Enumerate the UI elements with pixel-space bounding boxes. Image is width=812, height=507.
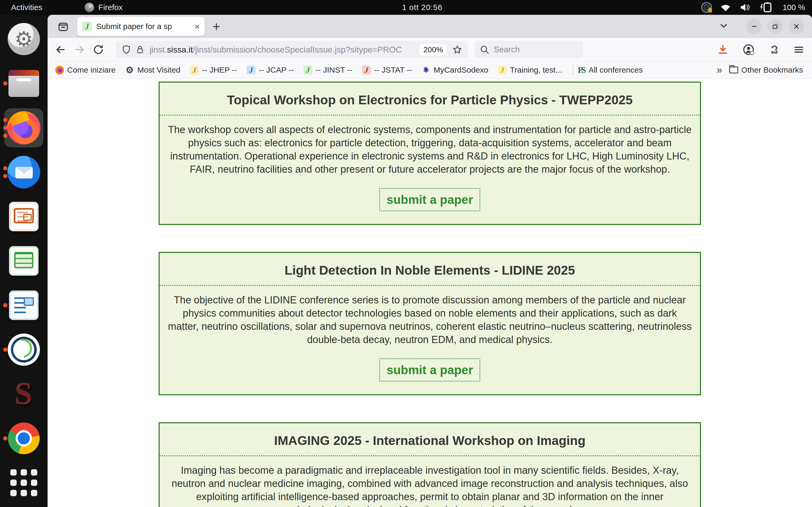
dock-item-chrome[interactable]: [2, 418, 45, 458]
vpn-globe-lock-icon: [701, 2, 712, 13]
minimize-button[interactable]: [747, 19, 762, 34]
dock-item-libreoffice-calc[interactable]: [2, 241, 45, 281]
search-input[interactable]: [494, 45, 573, 54]
settings-gear-icon: [8, 23, 40, 55]
active-tab[interactable]: J Submit paper for a sp ×: [77, 17, 205, 36]
bookmark-label: -- JINST --: [316, 65, 352, 74]
ubuntu-dock: S: [0, 15, 48, 507]
clock-button[interactable]: 1 ott 20:56: [402, 3, 443, 12]
bookmarks-separator: [573, 64, 573, 75]
app-menu-button[interactable]: [793, 44, 805, 55]
libreoffice-impress-icon: [9, 202, 39, 231]
firefox-window: J Submit paper for a sp × +: [48, 15, 812, 507]
issue-title: Topical Workshop on Electronics for Part…: [160, 82, 700, 115]
forward-button[interactable]: [73, 44, 86, 56]
focused-app-menu[interactable]: Firefox: [85, 3, 123, 12]
issue-title: IMAGING 2025 - International Workshop on…: [160, 423, 700, 455]
bookmark-training[interactable]: J Training, test...: [498, 65, 562, 74]
reload-icon: [93, 44, 104, 55]
bookmark-jinst[interactable]: J -- JINST --: [303, 65, 352, 74]
reload-button[interactable]: [93, 44, 104, 55]
running-indicator: [3, 118, 7, 138]
bookmark-jcap[interactable]: J -- JCAP --: [247, 65, 294, 74]
firefox-icon: [7, 111, 41, 145]
tab-title-fade: [169, 18, 188, 34]
folder-icon: [729, 66, 738, 73]
bookmark-mycardsodexo[interactable]: MyCardSodexo: [421, 65, 489, 74]
volume-icon: [739, 2, 750, 12]
issue-description: Imaging has become a paradigmatic and ir…: [160, 456, 700, 507]
tab-close-button[interactable]: ×: [195, 22, 200, 31]
jstat-favicon: J: [362, 65, 371, 74]
bookmarks-bar-right: » Other Bookmarks: [717, 64, 803, 76]
issue-description: The workshop covers all aspects of elect…: [160, 116, 700, 179]
url-text: jinst.sissa.it/jinst/submission/chooseSp…: [150, 45, 402, 55]
dock-item-show-applications[interactable]: [2, 463, 45, 503]
navigation-toolbar: jinst.sissa.it/jinst/submission/chooseSp…: [48, 38, 812, 61]
bookmark-most-visited[interactable]: Most Visited: [125, 65, 180, 74]
other-bookmarks-label: Other Bookmarks: [742, 65, 803, 74]
bookmark-jhep[interactable]: J -- JHEP --: [190, 65, 237, 74]
special-issue-box-twepp: Topical Workshop on Electronics for Part…: [159, 81, 701, 225]
bookmarks-bar: Come iniziare Most Visited J -- JHEP -- …: [48, 61, 812, 79]
libreoffice-writer-icon: [9, 290, 39, 320]
page-content: Topical Workshop on Electronics for Part…: [48, 79, 812, 507]
star-favicon: [421, 65, 430, 74]
bookmark-jstat[interactable]: J -- JSTAT --: [362, 65, 412, 74]
extensions-button[interactable]: [768, 44, 780, 55]
dock-item-firefox[interactable]: [2, 108, 45, 148]
back-button[interactable]: [54, 44, 67, 56]
forward-arrow-icon: [73, 44, 86, 56]
bookmark-star-button[interactable]: [452, 44, 463, 55]
dock-item-settings[interactable]: [2, 19, 45, 59]
dock-item-libreoffice-impress[interactable]: [2, 196, 45, 237]
dock-item-files[interactable]: [2, 63, 45, 104]
activities-button[interactable]: Activities: [11, 3, 42, 12]
account-button[interactable]: [742, 43, 755, 56]
toolbar-icon-group: [717, 43, 805, 56]
submit-paper-button[interactable]: submit a paper: [379, 358, 480, 382]
url-domain: sissa.it: [167, 45, 193, 54]
pos-favicon: PS: [576, 65, 586, 74]
bookmark-label: Come iniziare: [67, 65, 115, 74]
shield-icon[interactable]: [121, 44, 132, 55]
jinst-favicon: J: [82, 21, 92, 32]
ring-logo-icon: [8, 334, 40, 366]
bookmark-label: -- JSTAT --: [374, 65, 412, 74]
back-arrow-icon: [54, 44, 67, 56]
bookmark-all-conferences[interactable]: PS All conferences: [576, 65, 643, 74]
lock-icon[interactable]: [135, 44, 145, 55]
bookmarks-overflow-button[interactable]: »: [717, 64, 722, 76]
system-status-area[interactable]: 100 %: [701, 2, 805, 13]
dock-item-s-app[interactable]: S: [2, 374, 45, 414]
download-icon: [717, 44, 729, 56]
jhep-favicon: J: [190, 65, 199, 74]
submit-row: submit a paper: [160, 179, 700, 224]
new-tab-button[interactable]: +: [212, 19, 220, 34]
close-button[interactable]: [789, 19, 804, 34]
bookmark-come-iniziare[interactable]: Come iniziare: [55, 65, 115, 74]
search-box[interactable]: [475, 41, 583, 58]
other-bookmarks-button[interactable]: Other Bookmarks: [729, 65, 803, 74]
battery-icon: [758, 2, 775, 13]
minimize-icon: [751, 23, 758, 30]
running-indicator: [3, 347, 7, 352]
battery-percent-label: 100 %: [783, 3, 805, 12]
running-indicator: [3, 436, 7, 441]
dock-item-ring-app[interactable]: [2, 330, 45, 370]
gear-icon: [125, 65, 134, 74]
zoom-level-button[interactable]: 200%: [420, 44, 447, 55]
bookmark-label: -- JHEP --: [202, 65, 237, 74]
star-icon: [452, 44, 463, 55]
jcap-favicon: J: [247, 65, 256, 74]
dock-item-libreoffice-writer[interactable]: [2, 285, 45, 325]
running-indicator: [3, 81, 7, 86]
downloads-button[interactable]: [717, 44, 729, 56]
firefox-view-button[interactable]: [55, 19, 71, 34]
submit-paper-button[interactable]: submit a paper: [379, 188, 480, 211]
url-bar[interactable]: jinst.sissa.it/jinst/submission/chooseSp…: [116, 41, 468, 58]
list-all-tabs-button[interactable]: [718, 20, 729, 32]
firefox-view-icon: [58, 21, 69, 32]
dock-item-thunderbird[interactable]: [2, 152, 45, 192]
restore-button[interactable]: [768, 19, 783, 34]
